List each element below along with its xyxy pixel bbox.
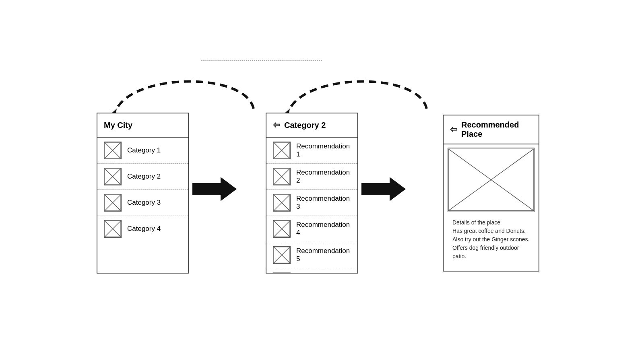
top-dashed-line (201, 60, 322, 61)
category-4-icon (104, 220, 122, 238)
forward-arrow-1 (192, 177, 237, 201)
panel-recommended-place-content: Details of the place Has great coffee an… (444, 148, 539, 264)
panel-category-2-header: ⇦ Category 2 (266, 113, 357, 138)
rec-4-label: Recommendation 4 (296, 221, 351, 237)
list-item[interactable]: Category 2 (97, 164, 188, 190)
list-item[interactable]: Recommendation 2 (266, 164, 357, 190)
list-item[interactable]: Recommendation 6 (266, 268, 357, 273)
place-description: Details of the place Has great coffee an… (448, 215, 535, 264)
list-item[interactable]: Recommendation 1 (266, 138, 357, 164)
rec-1-label: Recommendation 1 (296, 142, 351, 158)
category-3-icon (104, 194, 122, 212)
panel-my-city-body: Category 1 Category 2 Category 3 Categor… (97, 138, 188, 273)
list-item[interactable]: Category 4 (97, 216, 188, 242)
diagram: My City Category 1 Category 2 Category 3 (80, 56, 564, 306)
panel-recommended-place-title: Recommended Place (461, 120, 532, 139)
category-1-icon (104, 142, 122, 159)
rec-5-label: Recommendation 5 (296, 247, 351, 263)
list-item[interactable]: Recommendation 3 (266, 190, 357, 216)
rec-2-label: Recommendation 2 (296, 169, 351, 185)
category-2-label: Category 2 (127, 173, 161, 181)
rec-3-label: Recommendation 3 (296, 195, 351, 211)
category-2-icon (104, 168, 122, 185)
rec-5-icon (273, 246, 291, 264)
svg-marker-14 (192, 177, 237, 201)
curved-back-arrow-2 (278, 64, 447, 117)
panel-my-city-header: My City (97, 113, 188, 138)
category-4-label: Category 4 (127, 225, 161, 233)
back-arrow-icon-2[interactable]: ⇦ (450, 124, 457, 135)
forward-arrow-2 (361, 177, 406, 201)
category-1-label: Category 1 (127, 146, 161, 154)
panel-recommended-place-header: ⇦ Recommended Place (444, 115, 539, 144)
panel-my-city: My City Category 1 Category 2 Category 3 (97, 113, 189, 274)
rec-6-icon (273, 272, 291, 273)
rec-4-icon (273, 220, 291, 238)
rec-2-icon (273, 168, 291, 185)
list-item[interactable]: Recommendation 5 (266, 242, 357, 268)
curved-back-arrow-1 (105, 64, 274, 117)
panel-my-city-title: My City (104, 121, 132, 130)
rec-3-icon (273, 194, 291, 212)
rec-1-icon (273, 142, 291, 159)
panel-category-2-body: Recommendation 1 Recommendation 2 Recomm… (266, 138, 357, 273)
list-item[interactable]: Category 3 (97, 190, 188, 216)
back-arrow-icon[interactable]: ⇦ (273, 120, 280, 130)
list-item[interactable]: Recommendation 4 (266, 216, 357, 242)
place-image-placeholder (448, 148, 535, 212)
list-item[interactable]: Category 1 (97, 138, 188, 164)
panel-category-2: ⇦ Category 2 Recommendation 1 Recommenda… (266, 113, 358, 274)
panel-recommended-place-body: Details of the place Has great coffee an… (444, 144, 539, 271)
panel-category-2-title: Category 2 (284, 121, 326, 130)
svg-marker-33 (361, 177, 406, 201)
panel-recommended-place: ⇦ Recommended Place Details of the place… (443, 115, 539, 272)
category-3-label: Category 3 (127, 199, 161, 207)
